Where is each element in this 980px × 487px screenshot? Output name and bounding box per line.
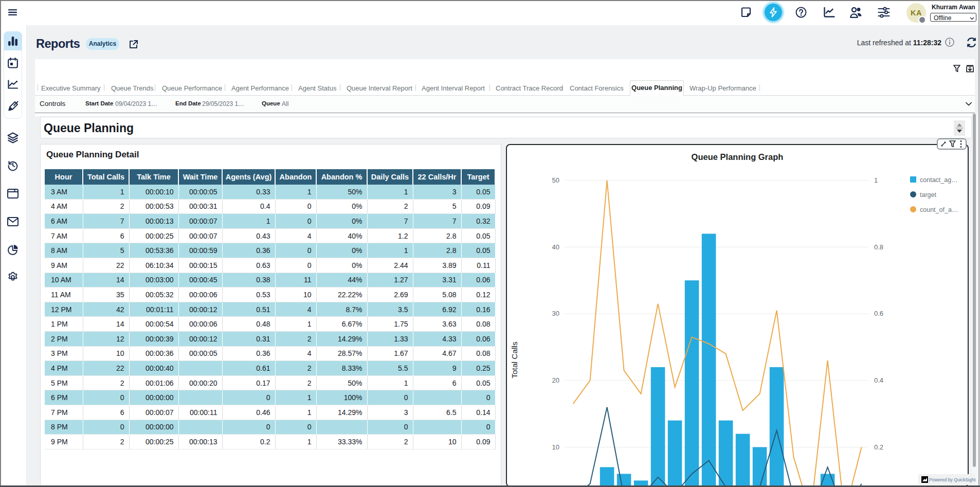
svg-text:10: 10 (552, 443, 559, 451)
svg-text:contact_ag…: contact_ag… (920, 176, 958, 184)
svg-text:0.4: 0.4 (874, 376, 883, 384)
svg-text:20: 20 (552, 376, 559, 384)
svg-text:0.8: 0.8 (874, 243, 883, 251)
svg-text:50: 50 (552, 176, 559, 184)
svg-text:30: 30 (552, 310, 559, 317)
svg-text:count_of_a…: count_of_a… (920, 206, 958, 213)
svg-text:target: target (920, 191, 936, 199)
svg-text:Queue Planning Graph: Queue Planning Graph (692, 152, 784, 161)
svg-text:Total Calls: Total Calls (510, 341, 519, 378)
svg-text:1: 1 (874, 176, 878, 184)
svg-text:0.6: 0.6 (874, 310, 883, 317)
svg-text:0.2: 0.2 (874, 443, 883, 451)
svg-text:40: 40 (552, 243, 559, 251)
